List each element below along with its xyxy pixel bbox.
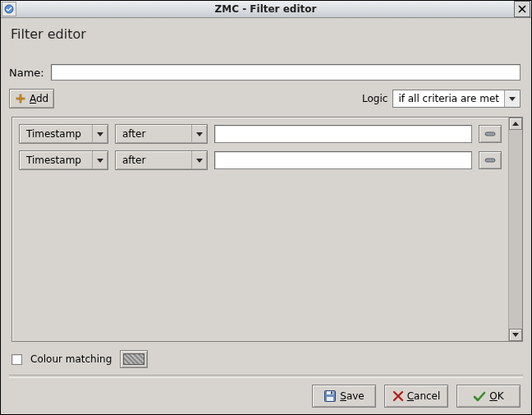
chevron-down-icon bbox=[191, 151, 207, 169]
dialog-button-row: Save Cancel OK bbox=[9, 385, 523, 408]
vertical-scrollbar[interactable] bbox=[508, 118, 522, 341]
criterion-value-input[interactable] bbox=[214, 151, 472, 169]
plus-icon bbox=[15, 93, 26, 104]
logic-label: Logic bbox=[362, 93, 388, 104]
minus-icon bbox=[484, 157, 496, 164]
svg-rect-3 bbox=[485, 132, 495, 136]
floppy-disk-icon bbox=[323, 390, 337, 403]
criteria-panel: Timestamp after Timestamp after bbox=[11, 117, 523, 342]
save-button-label: Save bbox=[340, 390, 364, 402]
window-frame: ZMC - Filter editor Filter editor Name: … bbox=[0, 0, 532, 415]
footer-separator bbox=[9, 375, 523, 378]
criterion-operator-value: after bbox=[116, 151, 191, 169]
criterion-field-combobox[interactable]: Timestamp bbox=[19, 150, 108, 170]
ok-icon bbox=[473, 390, 486, 402]
criterion-row: Timestamp after bbox=[19, 124, 502, 144]
criterion-remove-button[interactable] bbox=[479, 125, 502, 143]
criterion-field-combobox[interactable]: Timestamp bbox=[19, 124, 108, 144]
close-icon bbox=[518, 5, 526, 13]
svg-rect-8 bbox=[331, 392, 332, 394]
scrollbar-down-button[interactable] bbox=[509, 329, 522, 341]
logic-combobox-value: if all criteria are met bbox=[393, 90, 504, 107]
colour-matching-checkbox[interactable] bbox=[11, 354, 22, 365]
close-button[interactable] bbox=[514, 1, 530, 17]
criterion-row: Timestamp after bbox=[19, 150, 502, 170]
criterion-operator-combobox[interactable]: after bbox=[115, 150, 208, 170]
criteria-list: Timestamp after Timestamp after bbox=[12, 118, 508, 341]
app-icon bbox=[2, 2, 16, 16]
svg-rect-2 bbox=[20, 95, 21, 103]
chevron-down-icon bbox=[191, 125, 207, 143]
colour-matching-row: Colour matching bbox=[9, 350, 523, 368]
svg-rect-4 bbox=[485, 159, 495, 162]
cancel-button[interactable]: Cancel bbox=[384, 385, 448, 408]
add-button-label: Add bbox=[30, 93, 48, 104]
page-title: Filter editor bbox=[11, 26, 523, 42]
colour-matching-label: Colour matching bbox=[30, 353, 112, 365]
criterion-operator-value: after bbox=[116, 125, 191, 143]
chevron-down-icon bbox=[92, 125, 108, 143]
logic-combobox[interactable]: if all criteria are met bbox=[392, 90, 521, 108]
titlebar[interactable]: ZMC - Filter editor bbox=[1, 1, 531, 18]
chevron-down-icon bbox=[504, 90, 520, 107]
name-row: Name: bbox=[9, 64, 523, 81]
name-label: Name: bbox=[9, 67, 44, 79]
window-title: ZMC - Filter editor bbox=[17, 3, 514, 15]
criterion-field-value: Timestamp bbox=[20, 151, 92, 169]
criterion-operator-combobox[interactable]: after bbox=[115, 124, 208, 144]
hatch-pattern-icon bbox=[123, 353, 144, 365]
criterion-value-input[interactable] bbox=[214, 125, 472, 143]
cancel-button-label: Cancel bbox=[407, 390, 441, 402]
save-button[interactable]: Save bbox=[312, 385, 376, 408]
chevron-down-icon bbox=[92, 151, 108, 169]
toolbar-row: Add Logic if all criteria are met bbox=[9, 89, 523, 108]
scrollbar-up-button[interactable] bbox=[509, 118, 522, 130]
ok-button[interactable]: OK bbox=[456, 385, 521, 408]
criterion-remove-button[interactable] bbox=[479, 151, 502, 169]
cancel-icon bbox=[392, 390, 404, 402]
criterion-field-value: Timestamp bbox=[20, 125, 92, 143]
minus-icon bbox=[484, 131, 496, 137]
ok-button-label: OK bbox=[489, 390, 503, 402]
client-area: Filter editor Name: Add Logic if all cri… bbox=[1, 18, 531, 414]
add-button[interactable]: Add bbox=[9, 89, 54, 108]
svg-rect-7 bbox=[327, 397, 333, 401]
separator bbox=[9, 53, 523, 54]
name-input[interactable] bbox=[51, 64, 521, 81]
colour-swatch-button[interactable] bbox=[120, 350, 148, 368]
